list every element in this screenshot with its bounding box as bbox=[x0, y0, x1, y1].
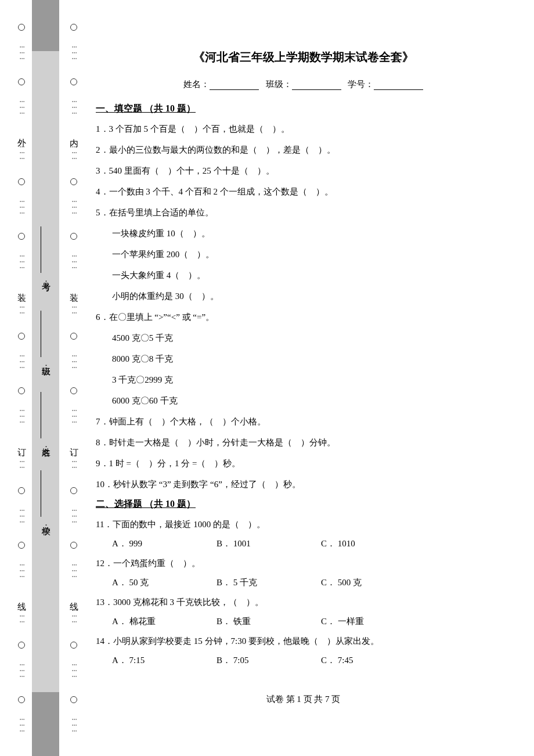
q5: 5．在括号里填上合适的单位。 bbox=[96, 206, 511, 219]
q11-opt-b[interactable]: B． 1001 bbox=[217, 538, 321, 549]
q13-opt-b[interactable]: B． 铁重 bbox=[217, 616, 321, 627]
q6b: 8000 克〇8 千克 bbox=[112, 352, 511, 366]
page-title: 《河北省三年级上学期数学期末试卷全套》 bbox=[96, 49, 511, 65]
q14-options: A． 7:15 B． 7:05 C． 7:45 bbox=[112, 655, 511, 666]
section2-header: 二、选择题 （共 10 题） bbox=[96, 498, 511, 510]
q11-options: A． 999 B． 1001 C． 1010 bbox=[112, 538, 511, 549]
binding-examno-line[interactable] bbox=[41, 226, 41, 273]
binding-school-line[interactable] bbox=[41, 470, 41, 517]
binding-outer-column: ⁝⁝⁝ ⁝⁝⁝ 外 ⁝⁝⁝ ⁝⁝⁝ ⁝⁝⁝ 装 ⁝⁝⁝ ⁝⁝⁝ ⁝⁝⁝ 订 ⁝⁝… bbox=[13, 0, 30, 756]
q13-opt-a[interactable]: A． 棉花重 bbox=[112, 616, 217, 627]
q7: 7．钟面上有（ ）个大格，（ ）个小格。 bbox=[96, 415, 511, 429]
q12-opt-c[interactable]: C． 500 克 bbox=[321, 577, 425, 588]
id-blank[interactable] bbox=[374, 89, 423, 90]
q5a: 一块橡皮约重 10（ ）。 bbox=[112, 226, 511, 240]
q3: 3．540 里面有（ ）个十，25 个十是（ ）。 bbox=[96, 164, 511, 178]
q11-opt-a[interactable]: A． 999 bbox=[112, 538, 217, 549]
binding-class-label: 班级： bbox=[41, 360, 52, 369]
binding-name-label: 姓名： bbox=[41, 441, 52, 450]
q6a: 4500 克〇5 千克 bbox=[112, 331, 511, 345]
q5d: 小明的体重约是 30（ ）。 bbox=[112, 289, 511, 303]
q14-opt-b[interactable]: B． 7:05 bbox=[217, 655, 321, 666]
q14-opt-c[interactable]: C． 7:45 bbox=[321, 655, 425, 666]
q13: 13．3000 克棉花和 3 千克铁比较，（ ）。 bbox=[96, 595, 511, 609]
section1-header: 一、填空题 （共 10 题） bbox=[96, 103, 511, 115]
q13-options: A． 棉花重 B． 铁重 C． 一样重 bbox=[112, 616, 511, 627]
binding-class-line[interactable] bbox=[41, 311, 41, 357]
binding-name-line[interactable] bbox=[41, 392, 41, 438]
q6d: 6000 克〇60 千克 bbox=[112, 394, 511, 408]
class-blank[interactable] bbox=[292, 89, 341, 90]
q12-opt-a[interactable]: A． 50 克 bbox=[112, 577, 217, 588]
q9: 9．1 时 =（ ）分，1 分 =（ ）秒。 bbox=[96, 456, 511, 470]
binding-gray-bottom bbox=[32, 692, 59, 756]
q11: 11．下面的数中，最接近 1000 的是（ ）。 bbox=[96, 517, 511, 531]
class-label: 班级： bbox=[266, 80, 292, 89]
binding-examno-label: 考号： bbox=[41, 276, 52, 285]
q12-options: A． 50 克 B． 5 千克 C． 500 克 bbox=[112, 577, 511, 588]
q10: 10．秒针从数字 “3” 走到数字 “6”，经过了（ ）秒。 bbox=[96, 477, 511, 491]
q1: 1．3 个百加 5 个百是（ ）个百，也就是（ ）。 bbox=[96, 122, 511, 136]
q14: 14．小明从家到学校要走 15 分钟，7:30 要到校，他最晚（ ）从家出发。 bbox=[96, 634, 511, 648]
q12-opt-b[interactable]: B． 5 千克 bbox=[217, 577, 321, 588]
page-footer: 试卷 第 1 页 共 7 页 bbox=[96, 694, 511, 705]
q14-opt-a[interactable]: A． 7:15 bbox=[112, 655, 217, 666]
q11-opt-c[interactable]: C． 1010 bbox=[321, 538, 425, 549]
q6c: 3 千克〇2999 克 bbox=[112, 373, 511, 387]
q13-opt-c[interactable]: C． 一样重 bbox=[321, 616, 425, 627]
binding-gray-strip bbox=[32, 0, 59, 756]
id-label: 学号： bbox=[348, 80, 374, 89]
name-blank[interactable] bbox=[210, 89, 259, 90]
binding-gray-top bbox=[32, 0, 59, 51]
name-label: 姓名： bbox=[183, 80, 210, 89]
q8: 8．时针走一大格是（ ）小时，分针走一大格是（ ）分钟。 bbox=[96, 435, 511, 449]
q5c: 一头大象约重 4（ ）。 bbox=[112, 268, 511, 282]
binding-inner-column: ⁝⁝⁝ ⁝⁝⁝ 内 ⁝⁝⁝ ⁝⁝⁝ ⁝⁝⁝ 装 ⁝⁝⁝ ⁝⁝⁝ ⁝⁝⁝ 订 ⁝⁝… bbox=[65, 0, 82, 756]
q12: 12．一个鸡蛋约重（ ）。 bbox=[96, 556, 511, 570]
q6: 6．在〇里填上 “>”“<” 或 “=”。 bbox=[96, 310, 511, 324]
student-info-line: 姓名： 班级： 学号： bbox=[96, 79, 511, 90]
main-content: 《河北省三年级上学期数学期末试卷全套》 姓名： 班级： 学号： 一、填空题 （共… bbox=[96, 49, 511, 744]
q2: 2．最小的三位数与最大的两位数的和是（ ），差是（ ）。 bbox=[96, 143, 511, 157]
q4: 4．一个数由 3 个千、4 个百和 2 个一组成，这个数是（ ）。 bbox=[96, 185, 511, 199]
binding-school-label: 学校： bbox=[41, 520, 52, 528]
q5b: 一个苹果约重 200（ ）。 bbox=[112, 247, 511, 261]
